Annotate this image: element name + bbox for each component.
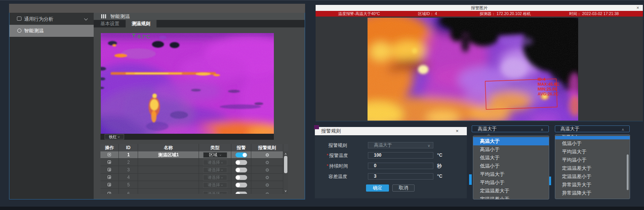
svg-text:AVG:26.2C: AVG:26.2C [538, 92, 559, 96]
svg-text:-9.7°C: -9.7°C [136, 34, 150, 39]
svg-text:ID:4: ID:4 [538, 77, 546, 82]
svg-text:MIN:25.0C: MIN:25.0C [538, 87, 557, 91]
svg-text:MAX:45.8C: MAX:45.8C [538, 82, 559, 86]
